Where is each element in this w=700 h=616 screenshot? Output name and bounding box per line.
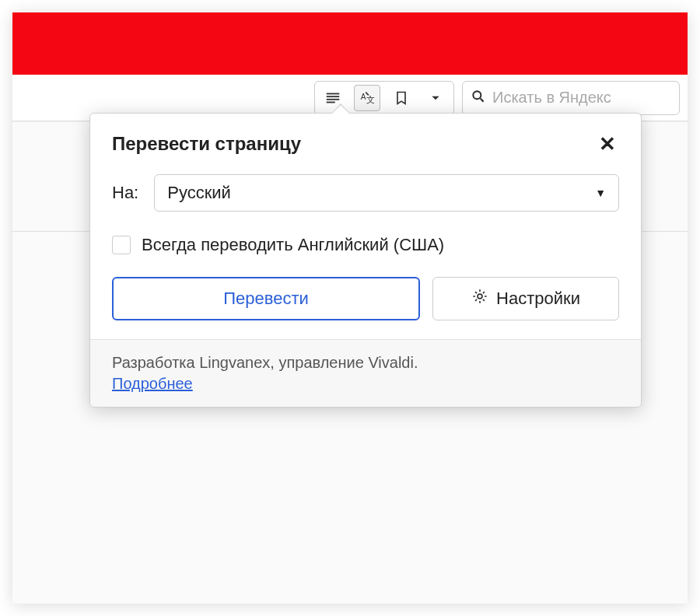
popover-title: Перевести страницу [112, 133, 301, 155]
always-translate-checkbox[interactable] [112, 236, 131, 254]
popover-footer: Разработка Lingvanex, управление Vivaldi… [90, 339, 641, 407]
svg-point-7 [473, 91, 481, 99]
translate-icon[interactable]: A 文 [354, 85, 380, 111]
popover-header: Перевести страницу ✕ [90, 114, 641, 171]
svg-text:A: A [361, 92, 366, 100]
search-input[interactable] [492, 89, 671, 107]
settings-button-label: Настройки [496, 289, 580, 309]
bookmark-icon[interactable] [388, 85, 415, 111]
translate-popover: Перевести страницу ✕ На: Русский ▼ Всегд… [89, 113, 642, 408]
selected-language: Русский [167, 183, 231, 203]
svg-point-9 [478, 294, 482, 299]
popover-body: На: Русский ▼ Всегда переводить Английск… [90, 171, 641, 339]
page-header-banner [12, 12, 688, 75]
translate-button[interactable]: Перевести [112, 277, 420, 320]
dropdown-caret-icon: ▼ [595, 187, 606, 199]
settings-button[interactable]: Настройки [432, 277, 619, 320]
always-translate-row: Всегда переводить Английский (США) [112, 235, 619, 255]
svg-text:文: 文 [366, 95, 375, 104]
language-row: На: Русский ▼ [112, 174, 619, 212]
translate-button-label: Перевести [223, 289, 309, 309]
close-button[interactable]: ✕ [596, 132, 619, 156]
chevron-down-icon[interactable] [422, 85, 449, 111]
button-row: Перевести Настройки [112, 277, 619, 320]
always-translate-label: Всегда переводить Английский (США) [142, 235, 444, 255]
close-icon: ✕ [599, 132, 616, 156]
learn-more-link[interactable]: Подробнее [112, 375, 193, 392]
language-select[interactable]: Русский ▼ [154, 174, 619, 212]
language-label: На: [112, 183, 138, 203]
search-icon [471, 89, 486, 107]
gear-icon [471, 288, 488, 310]
footer-credits: Разработка Lingvanex, управление Vivaldi… [112, 354, 619, 372]
search-box[interactable] [462, 81, 680, 115]
